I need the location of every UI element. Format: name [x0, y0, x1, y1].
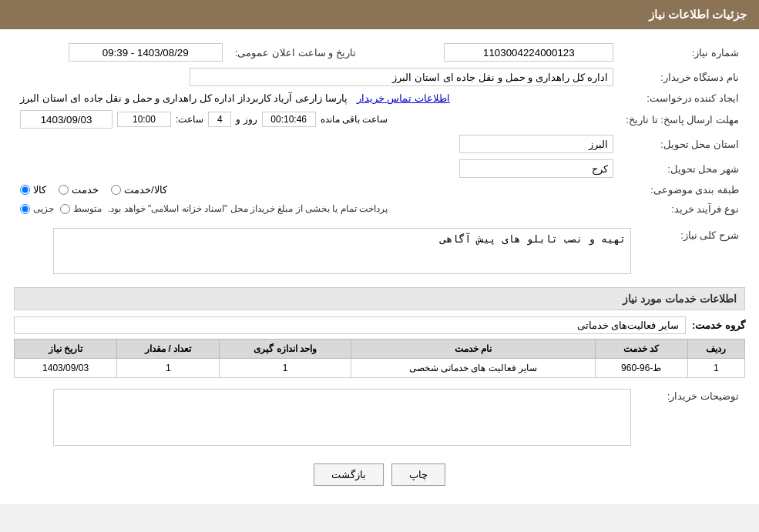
- col-unit: واحد اندازه گیری: [220, 340, 351, 359]
- service-table-head: ردیف کد خدمت نام خدمت واحد اندازه گیری ت…: [15, 340, 745, 359]
- category-kala[interactable]: کالا: [20, 184, 46, 196]
- category-khidmat-label: خدمت: [72, 184, 99, 196]
- process-jozi[interactable]: جزیی: [20, 203, 54, 214]
- deadline-label: مهلت ارسال پاسخ: تا تاریخ:: [620, 107, 745, 132]
- page-header: جزئیات اطلاعات نیاز: [0, 0, 759, 29]
- category-row: طبقه بندی موضوعی: کالا/خدمت خدمت کالا: [14, 181, 745, 199]
- creator-row: ایجاد کننده درخواست: اطلاعات تماس خریدار…: [14, 89, 745, 107]
- description-row: شرح کلی نیاز:: [14, 225, 745, 279]
- process-jozi-label: جزیی: [33, 203, 54, 214]
- service-table-body: 1ط-96-960سایر فعالیت های خدماتی شخصی1114…: [15, 359, 745, 378]
- service-section-title: اطلاعات خدمات مورد نیاز: [14, 287, 745, 310]
- description-input[interactable]: [53, 228, 631, 274]
- deadline-days-label: روز و: [236, 114, 257, 125]
- buyer-desc-label: توضیحات خریدار:: [637, 386, 745, 451]
- need-number-label: شماره نیاز:: [620, 40, 745, 65]
- process-mutawassit-radio[interactable]: [60, 204, 70, 214]
- creator-label: ایجاد کننده درخواست:: [620, 89, 745, 107]
- buyer-org-input[interactable]: [190, 68, 613, 86]
- category-kala-radio[interactable]: [20, 185, 30, 195]
- category-label: طبقه بندی موضوعی:: [620, 181, 745, 199]
- group-service-row: گروه خدمت: سایر فعالیت‌های خدماتی: [14, 316, 745, 334]
- contact-link[interactable]: اطلاعات تماس خریدار: [357, 92, 450, 104]
- deadline-time: 10:00: [117, 112, 171, 127]
- city-label: شهر محل تحویل:: [620, 156, 745, 181]
- category-khidmat-radio[interactable]: [59, 185, 69, 195]
- need-number-input[interactable]: [444, 43, 613, 62]
- page-wrapper: جزئیات اطلاعات نیاز شماره نیاز: تاریخ و …: [0, 0, 759, 504]
- category-kala-khidmat-radio[interactable]: [111, 185, 121, 195]
- content-area: شماره نیاز: تاریخ و ساعت اعلان عمومی: نا…: [0, 29, 759, 504]
- process-mutawassit[interactable]: متوسط: [60, 203, 102, 214]
- province-label: استان محل تحویل:: [620, 132, 745, 156]
- col-code: کد خدمت: [595, 340, 687, 359]
- service-table: ردیف کد خدمت نام خدمت واحد اندازه گیری ت…: [14, 339, 745, 378]
- description-table: شرح کلی نیاز:: [14, 225, 745, 279]
- category-khidmat[interactable]: خدمت: [59, 184, 99, 196]
- table-row: 1ط-96-960سایر فعالیت های خدماتی شخصی1114…: [15, 359, 745, 378]
- process-mutawassit-label: متوسط: [73, 203, 102, 214]
- description-label: شرح کلی نیاز:: [637, 225, 745, 279]
- deadline-days: 4: [208, 112, 231, 127]
- category-kala-label: کالا: [33, 184, 46, 196]
- back-button[interactable]: بازگشت: [314, 463, 384, 486]
- buyer-desc-input[interactable]: [53, 389, 631, 446]
- process-note: پرداخت تمام یا بخشی از مبلغ خریداز محل "…: [108, 203, 388, 214]
- creator-value: پارسا زارعی آریاد کاربرداز اداره کل راهد…: [20, 92, 348, 104]
- deadline-date-input[interactable]: [20, 110, 113, 129]
- buyer-desc-table: توضیحات خریدار:: [14, 386, 745, 451]
- remaining-label: ساعت باقی مانده: [321, 114, 388, 125]
- category-kala-khidmat-label: کالا/خدمت: [124, 184, 167, 196]
- col-date: تاریخ نیاز: [15, 340, 117, 359]
- description-area: [20, 228, 631, 276]
- deadline-row: مهلت ارسال پاسخ: تا تاریخ: ساعت باقی مان…: [14, 107, 745, 132]
- date-label: تاریخ و ساعت اعلان عمومی:: [229, 40, 362, 65]
- col-radif: ردیف: [687, 340, 744, 359]
- button-row: چاپ بازگشت: [14, 463, 745, 486]
- province-input[interactable]: [459, 135, 613, 153]
- page-title: جزئیات اطلاعات نیاز: [649, 8, 747, 21]
- print-button[interactable]: چاپ: [391, 463, 445, 486]
- buyer-org-label: نام دستگاه خریدار:: [620, 65, 745, 89]
- col-qty: تعداد / مقدار: [117, 340, 220, 359]
- buyer-org-row: نام دستگاه خریدار:: [14, 65, 745, 89]
- col-name: نام خدمت: [351, 340, 595, 359]
- province-row: استان محل تحویل:: [14, 132, 745, 156]
- service-table-header-row: ردیف کد خدمت نام خدمت واحد اندازه گیری ت…: [15, 340, 745, 359]
- buyer-desc-row: توضیحات خریدار:: [14, 386, 745, 451]
- group-service-value: سایر فعالیت‌های خدماتی: [14, 316, 686, 334]
- remaining-time: 00:10:46: [262, 112, 316, 127]
- city-input[interactable]: [459, 159, 613, 178]
- need-number-row: شماره نیاز: تاریخ و ساعت اعلان عمومی:: [14, 40, 745, 65]
- info-table: شماره نیاز: تاریخ و ساعت اعلان عمومی: نا…: [14, 40, 745, 219]
- category-kala-khidmat[interactable]: کالا/خدمت: [111, 184, 167, 196]
- date-input[interactable]: [69, 43, 223, 62]
- deadline-time-label: ساعت:: [176, 114, 203, 125]
- process-label: نوع فرآیند خرید:: [620, 199, 745, 219]
- process-row: نوع فرآیند خرید: پرداخت تمام یا بخشی از …: [14, 199, 745, 219]
- city-row: شهر محل تحویل:: [14, 156, 745, 181]
- group-service-label: گروه خدمت:: [692, 320, 745, 331]
- process-jozi-radio[interactable]: [20, 204, 30, 214]
